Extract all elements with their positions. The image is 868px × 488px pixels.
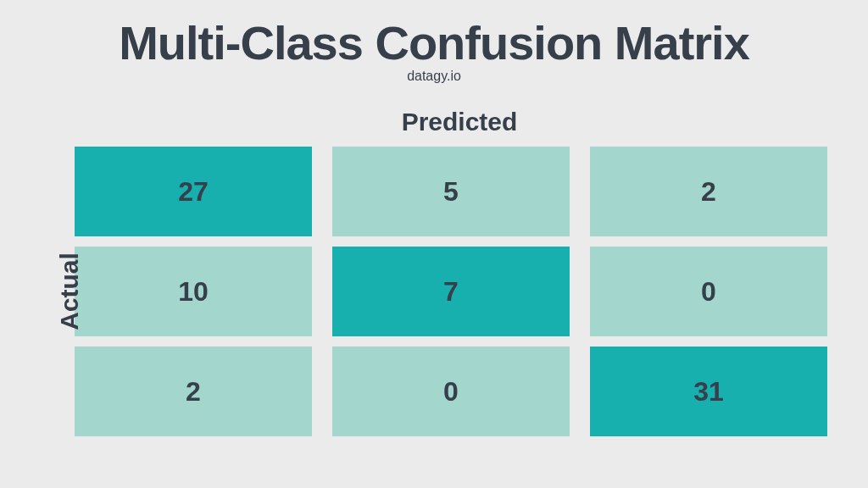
matrix-grid: 27 5 2 10 7 0 2 0 31 [75, 147, 827, 436]
matrix-cell: 2 [75, 347, 312, 436]
matrix-cell: 27 [75, 147, 312, 236]
confusion-matrix: Actual 27 5 2 10 7 0 2 0 31 [0, 147, 868, 436]
matrix-cell: 7 [332, 247, 570, 336]
axis-label-predicted: Predicted [0, 108, 868, 136]
matrix-cell: 0 [332, 347, 570, 436]
matrix-cell: 10 [75, 247, 312, 336]
axis-label-actual: Actual [55, 252, 84, 330]
matrix-cell: 5 [332, 147, 570, 236]
page-title: Multi-Class Confusion Matrix [0, 0, 868, 70]
matrix-cell: 2 [590, 147, 827, 236]
matrix-cell: 0 [590, 247, 827, 336]
page-subtitle: datagy.io [0, 69, 868, 84]
matrix-cell: 31 [590, 347, 827, 436]
